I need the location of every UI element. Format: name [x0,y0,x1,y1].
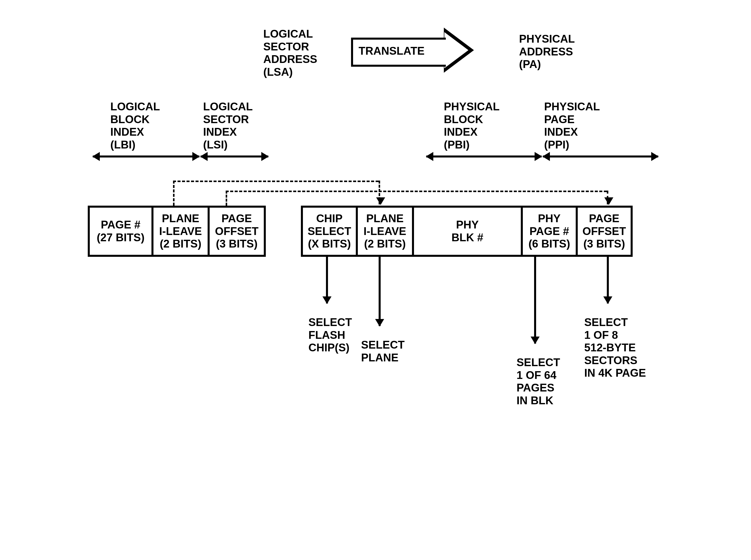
dash [226,191,227,206]
translate-label: TRANSLATE [359,45,425,57]
annot-page: SELECT 1 OF 64 PAGES IN BLK [516,356,560,407]
dash [173,181,379,182]
translate-arrow: TRANSLATE [351,33,474,68]
pa-label: PHYSICAL ADDRESS (PA) [519,33,575,71]
annot-plane: SELECT PLANE [361,339,405,364]
field-plane: PLANE I-LEAVE (2 BITS) [358,208,414,255]
annot-offset: SELECT 1 OF 8 512-BYTE SECTORS IN 4K PAG… [584,316,646,379]
arrow-down [326,256,328,303]
dash [173,181,175,206]
lsi-dim [201,156,268,158]
field-plane-left: PLANE I-LEAVE (2 BITS) [154,208,210,255]
dash [379,181,380,204]
field-page: PHY PAGE # (6 BITS) [523,208,578,255]
dash [607,191,608,204]
pbi-label: PHYSICAL BLOCK INDEX (PBI) [444,100,500,151]
lsa-fields: PAGE # (27 BITS) PLANE I-LEAVE (2 BITS) … [88,206,266,257]
field-page-num: PAGE # (27 BITS) [90,208,154,255]
ppi-label: PHYSICAL PAGE INDEX (PPI) [544,100,600,151]
lsi-label: LOGICAL SECTOR INDEX (LSI) [203,100,253,151]
dash [226,191,607,192]
pa-fields: CHIP SELECT (X BITS) PLANE I-LEAVE (2 BI… [301,206,633,257]
ppi-dim [543,156,658,158]
diagram: LOGICAL SECTOR ADDRESS (LSA) TRANSLATE P… [0,0,751,560]
arrow-down [534,256,536,344]
field-offset: PAGE OFFSET (3 BITS) [578,208,631,255]
pbi-dim [426,156,542,158]
arrow-down [607,256,609,303]
arrow-down [379,256,381,326]
annot-chip: SELECT FLASH CHIP(S) [308,316,352,354]
lbi-dim [93,156,199,158]
lbi-label: LOGICAL BLOCK INDEX (LBI) [110,100,160,151]
field-chip: CHIP SELECT (X BITS) [303,208,358,255]
lsa-label: LOGICAL SECTOR ADDRESS (LSA) [263,27,317,78]
field-blk: PHY BLK # [414,208,523,255]
field-offset-left: PAGE OFFSET (3 BITS) [210,208,264,255]
